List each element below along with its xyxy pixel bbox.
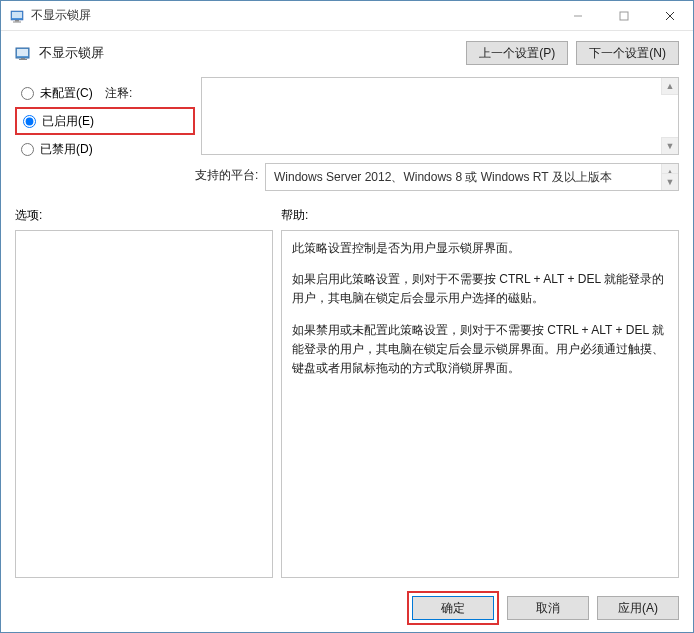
next-setting-button[interactable]: 下一个设置(N) bbox=[576, 41, 679, 65]
ok-button-highlight: 确定 bbox=[407, 591, 499, 625]
comment-textarea[interactable]: ▲ ▼ bbox=[201, 77, 679, 155]
meta-column: ▲ ▼ 支持的平台: Windows Server 2012、Windows 8… bbox=[195, 77, 679, 191]
svg-rect-3 bbox=[13, 21, 21, 22]
footer: 确定 取消 应用(A) bbox=[1, 584, 693, 632]
titlebar: 不显示锁屏 bbox=[1, 1, 693, 31]
radio-disabled[interactable]: 已禁用(D) bbox=[15, 135, 195, 163]
scroll-up-icon[interactable]: ▲ bbox=[661, 78, 678, 95]
comment-label: 注释: bbox=[105, 86, 132, 100]
svg-rect-9 bbox=[17, 49, 28, 56]
radio-enabled[interactable]: 已启用(E) bbox=[15, 107, 195, 135]
close-button[interactable] bbox=[647, 1, 693, 31]
radio-not-configured-input[interactable] bbox=[21, 87, 34, 100]
policy-icon bbox=[15, 45, 31, 61]
radio-label: 已启用(E) bbox=[42, 113, 94, 130]
ok-button[interactable]: 确定 bbox=[412, 596, 494, 620]
help-label: 帮助: bbox=[281, 207, 679, 224]
svg-rect-1 bbox=[12, 12, 22, 18]
svg-rect-2 bbox=[15, 20, 19, 22]
platform-value: Windows Server 2012、Windows 8 或 Windows … bbox=[274, 170, 612, 184]
apply-button[interactable]: 应用(A) bbox=[597, 596, 679, 620]
options-pane bbox=[15, 230, 273, 578]
app-icon bbox=[9, 8, 25, 24]
help-paragraph: 此策略设置控制是否为用户显示锁屏界面。 bbox=[292, 239, 668, 258]
radio-enabled-input[interactable] bbox=[23, 115, 36, 128]
svg-rect-5 bbox=[620, 12, 628, 20]
pane-labels: 选项: 帮助: bbox=[1, 195, 693, 228]
dialog-window: 不显示锁屏 不显示锁屏 上一个设置(P) 下一个设置(N) bbox=[0, 0, 694, 633]
radio-disabled-input[interactable] bbox=[21, 143, 34, 156]
radio-label: 已禁用(D) bbox=[40, 141, 93, 158]
policy-title: 不显示锁屏 bbox=[39, 44, 104, 62]
radio-label: 未配置(C) bbox=[40, 85, 93, 102]
panes: 此策略设置控制是否为用户显示锁屏界面。 如果启用此策略设置，则对于不需要按 CT… bbox=[1, 228, 693, 584]
scroll-down-icon[interactable]: ▼ bbox=[661, 137, 678, 154]
minimize-button[interactable] bbox=[555, 1, 601, 31]
maximize-button[interactable] bbox=[601, 1, 647, 31]
help-pane: 此策略设置控制是否为用户显示锁屏界面。 如果启用此策略设置，则对于不需要按 CT… bbox=[281, 230, 679, 578]
help-paragraph: 如果禁用或未配置此策略设置，则对于不需要按 CTRL + ALT + DEL 就… bbox=[292, 321, 668, 379]
comment-row: ▲ ▼ bbox=[195, 77, 679, 155]
previous-setting-button[interactable]: 上一个设置(P) bbox=[466, 41, 568, 65]
help-paragraph: 如果启用此策略设置，则对于不需要按 CTRL + ALT + DEL 就能登录的… bbox=[292, 270, 668, 308]
svg-rect-11 bbox=[19, 59, 27, 60]
window-title: 不显示锁屏 bbox=[31, 7, 91, 24]
platform-row: 支持的平台: Windows Server 2012、Windows 8 或 W… bbox=[195, 163, 679, 191]
header: 不显示锁屏 上一个设置(P) 下一个设置(N) bbox=[1, 31, 693, 73]
options-label: 选项: bbox=[15, 207, 281, 224]
platform-box: Windows Server 2012、Windows 8 或 Windows … bbox=[265, 163, 679, 191]
scroll-down-icon[interactable]: ▼ bbox=[661, 173, 678, 190]
cancel-button[interactable]: 取消 bbox=[507, 596, 589, 620]
svg-rect-10 bbox=[21, 58, 25, 59]
platform-label: 支持的平台: bbox=[195, 163, 259, 184]
